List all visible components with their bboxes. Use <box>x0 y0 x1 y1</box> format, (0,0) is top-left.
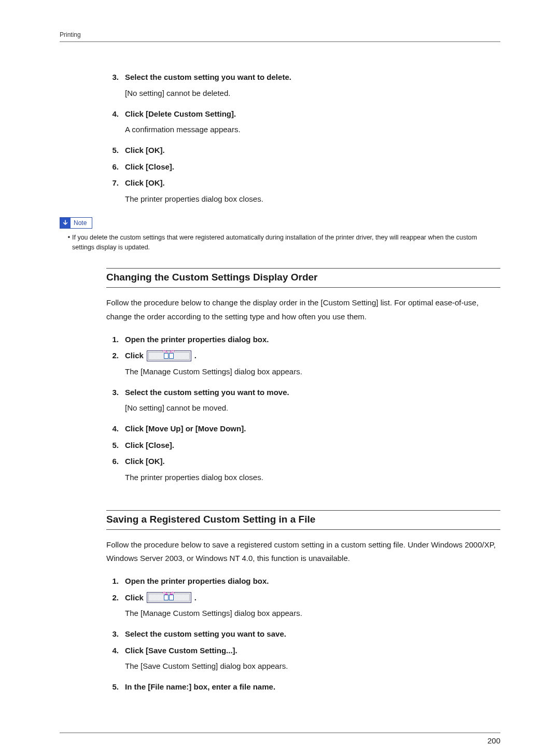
step-list-delete: 3. Select the custom setting you want to… <box>106 71 500 210</box>
step-title: In the [File name:] box, enter a file na… <box>125 680 500 694</box>
note-text: If you delete the custom settings that w… <box>72 233 500 253</box>
step-number: 2. <box>106 593 119 602</box>
step-subtext: The [Save Custom Setting] dialog box app… <box>125 659 500 673</box>
step-number: 4. <box>106 424 119 433</box>
step-subtext: The printer properties dialog box closes… <box>125 192 500 206</box>
step-number: 1. <box>106 577 119 585</box>
note-label: Note <box>71 219 92 227</box>
step-title: Click [Move Up] or [Move Down]. <box>125 422 500 435</box>
step-title: Click [OK]. <box>125 176 500 190</box>
step-title: Click [OK]. <box>125 144 500 157</box>
step-title: Click . <box>125 349 197 362</box>
click-prefix: Click <box>125 591 144 605</box>
step-subtext: The [Manage Custom Settings] dialog box … <box>125 606 500 620</box>
step-title: Select the custom setting you want to mo… <box>125 386 500 399</box>
click-prefix: Click <box>125 349 144 362</box>
click-suffix: . <box>194 349 197 362</box>
step-title: Select the custom setting you want to sa… <box>125 627 500 641</box>
step-title: Click [Close]. <box>125 439 500 452</box>
step-subtext: The printer properties dialog box closes… <box>125 470 500 484</box>
section-heading-display-order: Changing the Custom Settings Display Ord… <box>106 268 500 288</box>
header-section-label: Printing <box>60 31 500 38</box>
step-title: Click [Delete Custom Setting]. <box>125 107 500 121</box>
manage-custom-settings-icon <box>147 592 191 603</box>
section-intro: Follow the procedure below to change the… <box>106 296 500 324</box>
step-number: 6. <box>106 162 119 171</box>
step-number: 5. <box>106 146 119 154</box>
step-number: 6. <box>106 457 119 466</box>
step-number: 4. <box>106 646 119 655</box>
step-number: 4. <box>106 109 119 118</box>
step-number: 5. <box>106 441 119 449</box>
step-list-reorder: 1. Open the printer properties dialog bo… <box>106 333 500 488</box>
click-suffix: . <box>194 591 197 605</box>
step-title: Click [Close]. <box>125 160 500 174</box>
step-number: 3. <box>106 629 119 638</box>
step-title: Click [OK]. <box>125 455 500 468</box>
manage-custom-settings-icon <box>147 350 191 361</box>
note-arrow-icon <box>60 218 71 228</box>
step-subtext: [No setting] cannot be deleted. <box>125 86 500 100</box>
step-title: Click . <box>125 591 197 605</box>
note-bullet-list: • If you delete the custom settings that… <box>66 233 500 253</box>
section-heading-save-file: Saving a Registered Custom Setting in a … <box>106 510 500 530</box>
step-title: Select the custom setting you want to de… <box>125 71 500 84</box>
step-subtext: A confirmation message appears. <box>125 122 500 136</box>
page-number: 200 <box>60 733 500 745</box>
bullet-dot-icon: • <box>66 233 72 253</box>
step-list-save: 1. Open the printer properties dialog bo… <box>106 574 500 694</box>
step-number: 7. <box>106 178 119 187</box>
step-number: 5. <box>106 682 119 691</box>
step-title: Open the printer properties dialog box. <box>125 574 500 588</box>
step-subtext: The [Manage Custom Settings] dialog box … <box>125 364 500 378</box>
note-callout: Note <box>60 217 500 229</box>
step-number: 3. <box>106 388 119 397</box>
step-number: 2. <box>106 351 119 360</box>
step-title: Click [Save Custom Setting...]. <box>125 644 500 657</box>
step-title: Open the printer properties dialog box. <box>125 333 500 346</box>
section-intro: Follow the procedure below to save a reg… <box>106 538 500 566</box>
step-subtext: [No setting] cannot be moved. <box>125 401 500 415</box>
step-number: 1. <box>106 335 119 344</box>
step-number: 3. <box>106 73 119 81</box>
